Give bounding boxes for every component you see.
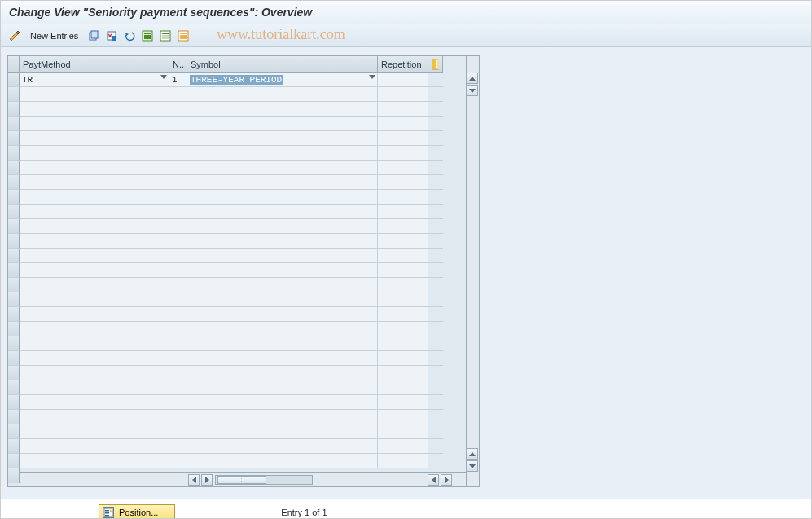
- row-selector[interactable]: [8, 424, 20, 439]
- cell-n[interactable]: [169, 175, 187, 190]
- cell-n[interactable]: [169, 439, 187, 454]
- cell-n[interactable]: [169, 395, 187, 410]
- cell-repetition[interactable]: [378, 102, 428, 117]
- row-selector[interactable]: [8, 307, 20, 322]
- cell-n[interactable]: [169, 117, 187, 131]
- new-entries-button[interactable]: New Entries: [25, 29, 83, 42]
- cell-n[interactable]: [169, 87, 187, 102]
- cell-n[interactable]: [169, 424, 187, 439]
- cell-n[interactable]: [169, 219, 187, 234]
- row-selector[interactable]: [8, 117, 20, 131]
- cell-repetition[interactable]: [378, 205, 428, 219]
- cell-paytmethod[interactable]: [20, 395, 169, 410]
- cell-repetition[interactable]: [378, 322, 428, 336]
- copy-as-icon[interactable]: [86, 29, 101, 43]
- cell-repetition[interactable]: [378, 117, 428, 131]
- cell-paytmethod[interactable]: TR: [20, 73, 169, 87]
- cell-symbol[interactable]: [187, 205, 378, 219]
- cell-symbol[interactable]: THREE-YEAR PERIOD: [187, 73, 378, 87]
- select-all-icon[interactable]: [140, 29, 155, 43]
- dropdown-icon[interactable]: [160, 75, 167, 79]
- cell-paytmethod[interactable]: [20, 292, 169, 307]
- row-selector[interactable]: [8, 454, 20, 468]
- cell-repetition[interactable]: [378, 219, 428, 234]
- cell-paytmethod[interactable]: [20, 336, 169, 351]
- cell-n[interactable]: [169, 161, 187, 175]
- row-selector[interactable]: [8, 366, 20, 380]
- cell-n[interactable]: [169, 380, 187, 395]
- cell-paytmethod[interactable]: [20, 351, 169, 366]
- cell-paytmethod[interactable]: [20, 146, 169, 161]
- cell-symbol[interactable]: [187, 175, 378, 190]
- row-selector[interactable]: [8, 234, 20, 249]
- cell-n[interactable]: [169, 249, 187, 263]
- row-selector[interactable]: [8, 161, 20, 175]
- row-selector[interactable]: [8, 351, 20, 366]
- select-block-icon[interactable]: [158, 29, 173, 43]
- header-paytmethod[interactable]: PaytMethod: [20, 56, 169, 73]
- row-selector[interactable]: [8, 87, 20, 102]
- cell-repetition[interactable]: [378, 424, 428, 439]
- row-selector[interactable]: [8, 410, 20, 424]
- row-selector[interactable]: [8, 190, 20, 205]
- cell-n[interactable]: [169, 410, 187, 424]
- cell-paytmethod[interactable]: [20, 366, 169, 380]
- vscroll-up-icon[interactable]: [467, 73, 478, 84]
- cell-paytmethod[interactable]: [20, 454, 169, 468]
- cell-repetition[interactable]: [378, 410, 428, 424]
- cell-repetition[interactable]: [378, 380, 428, 395]
- cell-repetition[interactable]: [378, 395, 428, 410]
- vscroll-down2-icon[interactable]: [467, 460, 478, 472]
- header-repetition[interactable]: Repetition: [378, 56, 428, 73]
- cell-n[interactable]: [169, 205, 187, 219]
- hscroll-right-icon[interactable]: [201, 474, 213, 486]
- cell-symbol[interactable]: [187, 410, 378, 424]
- cell-repetition[interactable]: [378, 366, 428, 380]
- row-selector[interactable]: [8, 175, 20, 190]
- cell-repetition[interactable]: [378, 131, 428, 146]
- header-symbol[interactable]: Symbol: [187, 56, 378, 73]
- cell-symbol[interactable]: [187, 307, 378, 322]
- cell-n[interactable]: [169, 146, 187, 161]
- dropdown-icon[interactable]: [369, 75, 375, 79]
- cell-repetition[interactable]: [378, 263, 428, 278]
- row-selector[interactable]: [8, 131, 20, 146]
- cell-n[interactable]: [169, 307, 187, 322]
- configure-columns-icon[interactable]: [428, 56, 443, 73]
- cell-paytmethod[interactable]: [20, 410, 169, 424]
- cell-paytmethod[interactable]: [20, 190, 169, 205]
- cell-symbol[interactable]: [187, 131, 378, 146]
- cell-repetition[interactable]: [378, 439, 428, 454]
- row-selector[interactable]: [8, 292, 20, 307]
- row-selector[interactable]: [8, 336, 20, 351]
- header-n[interactable]: N..: [169, 56, 187, 73]
- cell-paytmethod[interactable]: [20, 263, 169, 278]
- cell-repetition[interactable]: [378, 175, 428, 190]
- cell-repetition[interactable]: [378, 351, 428, 366]
- row-selector[interactable]: [8, 278, 20, 292]
- delete-icon[interactable]: [104, 29, 119, 43]
- row-selector[interactable]: [8, 219, 20, 234]
- cell-n[interactable]: [169, 322, 187, 336]
- cell-repetition[interactable]: [378, 161, 428, 175]
- cell-repetition[interactable]: [378, 292, 428, 307]
- cell-n[interactable]: 1: [169, 73, 187, 87]
- cell-symbol[interactable]: [187, 322, 378, 336]
- cell-paytmethod[interactable]: [20, 219, 169, 234]
- cell-n[interactable]: [169, 131, 187, 146]
- cell-paytmethod[interactable]: [20, 87, 169, 102]
- cell-repetition[interactable]: [378, 146, 428, 161]
- cell-symbol[interactable]: [187, 263, 378, 278]
- cell-paytmethod[interactable]: [20, 439, 169, 454]
- cell-symbol[interactable]: [187, 424, 378, 439]
- cell-repetition[interactable]: [378, 190, 428, 205]
- cell-symbol[interactable]: [187, 234, 378, 249]
- cell-symbol[interactable]: [187, 454, 378, 468]
- cell-n[interactable]: [169, 263, 187, 278]
- cell-n[interactable]: [169, 234, 187, 249]
- cell-paytmethod[interactable]: [20, 205, 169, 219]
- cell-n[interactable]: [169, 351, 187, 366]
- cell-repetition[interactable]: [378, 249, 428, 263]
- cell-symbol[interactable]: [187, 380, 378, 395]
- row-selector[interactable]: [8, 322, 20, 336]
